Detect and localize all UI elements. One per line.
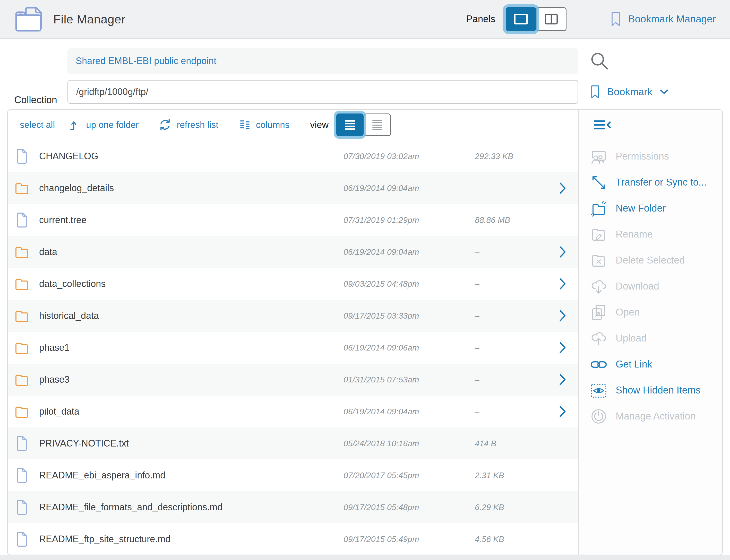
file-row[interactable]: changelog_details 06/19/2014 09:04am –	[8, 172, 579, 204]
folder-icon	[15, 372, 29, 388]
file-size: –	[475, 407, 480, 416]
file-row[interactable]: phase3 01/31/2015 07:53am –	[8, 364, 579, 396]
up-arrow-icon	[69, 119, 81, 131]
columns-icon	[239, 119, 251, 131]
list-view-button[interactable]	[336, 113, 363, 136]
sidebar-action-label: Open	[616, 307, 640, 318]
file-size: –	[475, 343, 480, 353]
file-icon	[15, 212, 29, 228]
sidebar-action-label: Delete Selected	[616, 255, 685, 266]
collapse-sidebar-button[interactable]	[594, 119, 612, 131]
page-footer-strip	[0, 555, 730, 560]
file-row[interactable]: data_collections 09/03/2015 04:48pm –	[8, 268, 579, 300]
upload-icon	[591, 330, 607, 347]
refresh-list-button[interactable]: refresh list	[158, 118, 218, 132]
file-row[interactable]: historical_data 09/17/2015 03:33pm –	[8, 300, 579, 332]
link-icon	[591, 356, 607, 373]
file-row[interactable]: PRIVACY-NOTICE.txt 05/24/2018 10:16am 41…	[8, 427, 579, 459]
file-row[interactable]: data 06/19/2014 09:04am –	[8, 236, 579, 268]
file-row[interactable]: phase1 06/19/2014 09:06am –	[8, 332, 579, 364]
file-row[interactable]: CHANGELOG 07/30/2019 03:02am 292.33 KB	[8, 140, 579, 172]
chevron-right-icon[interactable]	[559, 373, 567, 386]
single-panel-button[interactable]	[506, 7, 536, 31]
file-size: 88.86 MB	[475, 215, 510, 225]
up-one-folder-button[interactable]: up one folder	[69, 119, 138, 131]
file-icon	[15, 148, 29, 164]
file-size: –	[475, 279, 480, 289]
chevron-right-icon[interactable]	[559, 405, 567, 418]
file-name: changelog_details	[39, 183, 114, 194]
file-name: current.tree	[39, 215, 86, 225]
file-size: 414 B	[475, 439, 497, 448]
action-open: Open	[579, 299, 722, 325]
dual-panel-button[interactable]	[536, 7, 567, 31]
columns-label: columns	[256, 120, 289, 130]
file-name: pilot_data	[39, 406, 79, 417]
file-row[interactable]: README_ebi_aspera_info.md 07/20/2017 05:…	[8, 459, 579, 491]
action-download: Download	[579, 273, 722, 299]
action-manage-activation: Manage Activation	[579, 403, 722, 429]
collection-value: Shared EMBL-EBI public endpoint	[76, 56, 216, 66]
select-all-button[interactable]: select all	[20, 120, 55, 130]
chevron-right-icon[interactable]	[559, 278, 567, 290]
detail-view-icon	[370, 118, 385, 132]
bookmark-manager-link[interactable]: Bookmark Manager	[610, 12, 716, 27]
bookmark-manager-label: Bookmark Manager	[628, 13, 716, 25]
file-row[interactable]: README_ftp_site_structure.md 09/17/2015 …	[8, 523, 579, 555]
action-transfer-or-sync-to[interactable]: Transfer or Sync to...	[579, 169, 722, 195]
folder-icon	[15, 404, 29, 419]
folder-icon	[15, 244, 29, 260]
sidebar-action-label: Show Hidden Items	[616, 385, 701, 396]
file-row[interactable]: pilot_data 06/19/2014 09:04am –	[8, 396, 579, 427]
file-name: README_ftp_site_structure.md	[39, 534, 170, 545]
file-manager-icon	[14, 5, 45, 33]
path-input[interactable]: /gridftp/1000g/ftp/	[67, 80, 578, 104]
chevron-down-icon	[660, 89, 668, 95]
page-title: File Manager	[53, 12, 125, 26]
file-name: data	[39, 247, 57, 257]
sidebar-action-label: Transfer or Sync to...	[616, 177, 707, 188]
collection-input[interactable]: Shared EMBL-EBI public endpoint	[67, 48, 578, 74]
sidebar-action-label: Manage Activation	[616, 411, 696, 422]
file-row[interactable]: current.tree 07/31/2019 01:29pm 88.86 MB	[8, 204, 579, 236]
sidebar-action-label: Permissions	[616, 151, 669, 162]
file-icon	[15, 435, 29, 451]
chevron-right-icon[interactable]	[559, 342, 567, 354]
rename-icon	[591, 226, 607, 243]
refresh-list-label: refresh list	[177, 120, 218, 130]
power-icon	[591, 408, 607, 425]
file-name: CHANGELOG	[39, 151, 98, 162]
action-upload: Upload	[579, 325, 722, 351]
chevron-right-icon[interactable]	[559, 246, 567, 258]
file-icon	[15, 531, 29, 547]
detail-view-button[interactable]	[363, 113, 391, 136]
app-header: File Manager Panels Bookmark Manager	[0, 0, 730, 39]
file-name: historical_data	[39, 310, 99, 321]
view-label: view	[310, 119, 328, 130]
action-get-link[interactable]: Get Link	[579, 351, 722, 377]
file-row[interactable]: README_file_formats_and_descriptions.md …	[8, 491, 579, 523]
permissions-icon	[591, 148, 607, 165]
file-modified-date: 09/03/2015 04:48pm	[343, 279, 419, 289]
file-icon	[15, 499, 29, 515]
chevron-right-icon[interactable]	[559, 182, 567, 194]
panels-label: Panels	[466, 14, 496, 24]
file-modified-date: 01/31/2015 07:53am	[343, 375, 419, 384]
columns-button[interactable]: columns	[239, 119, 289, 131]
file-name: README_file_formats_and_descriptions.md	[39, 502, 222, 513]
transfer-icon	[591, 174, 607, 191]
refresh-icon	[158, 118, 172, 132]
sidebar-header	[579, 110, 722, 140]
bookmark-dropdown[interactable]: Bookmark	[590, 80, 668, 104]
folder-icon	[15, 180, 29, 196]
action-new-folder[interactable]: New Folder	[579, 195, 722, 221]
search-button[interactable]	[588, 49, 611, 73]
file-modified-date: 06/19/2014 09:04am	[343, 247, 419, 257]
file-size: –	[475, 247, 480, 257]
file-modified-date: 07/20/2017 05:45pm	[343, 471, 419, 480]
action-show-hidden-items[interactable]: Show Hidden Items	[579, 377, 722, 403]
folder-icon	[15, 276, 29, 292]
open-icon	[591, 304, 607, 321]
chevron-right-icon[interactable]	[559, 310, 567, 322]
file-name: data_collections	[39, 278, 106, 289]
